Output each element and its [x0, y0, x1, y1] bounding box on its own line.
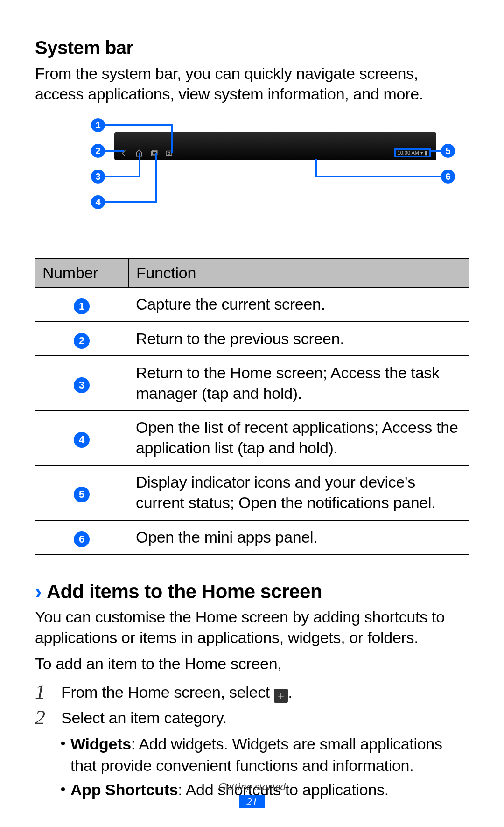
recent-icon [150, 149, 158, 157]
th-number: Number [35, 259, 128, 287]
row-badge: 5 [74, 487, 90, 502]
lead-line [429, 150, 442, 152]
step-1: From the Home screen, select ＋. [61, 682, 469, 703]
intro-text: From the system bar, you can quickly nav… [35, 63, 469, 104]
step-2-text: Select an item category. [61, 709, 227, 727]
row-func: Capture the current screen. [128, 287, 469, 322]
step-1-text-post: . [288, 683, 292, 701]
bullet-dot [61, 742, 65, 745]
svg-point-3 [168, 152, 170, 155]
page-number: 21 [239, 795, 265, 808]
row-badge: 2 [74, 333, 90, 349]
callout-6: 6 [441, 170, 455, 184]
sub-intro-2: To add an item to the Home screen, [35, 653, 469, 674]
row-badge: 1 [74, 298, 90, 314]
footer-section: Getting started [0, 780, 504, 793]
row-badge: 4 [74, 432, 90, 448]
row-func: Return to the previous screen. [128, 322, 469, 356]
wifi-icon: ▾ [420, 150, 423, 156]
lead-line [105, 150, 124, 152]
lead-line [105, 124, 173, 126]
lead-line [315, 159, 317, 177]
lead-line [139, 153, 140, 177]
callout-1: 1 [91, 118, 105, 132]
clock-text: 10:00 AM [398, 150, 419, 156]
callout-4: 4 [91, 195, 105, 209]
system-bar-image: 10:00 AM ▾ ▮ [114, 132, 436, 160]
step-1-text-pre: From the Home screen, select [61, 683, 274, 701]
sub-intro: You can customise the Home screen by add… [35, 607, 469, 648]
status-area: 10:00 AM ▾ ▮ [394, 148, 431, 157]
row-func: Display indicator icons and your device'… [128, 465, 469, 520]
lead-line [105, 176, 140, 177]
plus-icon: ＋ [274, 689, 288, 703]
battery-icon: ▮ [425, 150, 427, 156]
step-number-2: 2 [35, 707, 53, 728]
heading-system-bar: System bar [35, 37, 469, 58]
chevron-icon: › [35, 581, 42, 602]
callout-2: 2 [91, 144, 105, 158]
step-number-1: 1 [35, 682, 53, 702]
row-func: Open the list of recent applications; Ac… [128, 410, 469, 465]
row-badge: 3 [74, 377, 90, 393]
row-func: Open the mini apps panel. [128, 520, 469, 555]
function-table: Number Function 1Capture the current scr… [35, 258, 469, 555]
row-func: Return to the Home screen; Access the ta… [128, 356, 469, 410]
callout-5: 5 [441, 144, 455, 158]
lead-line [105, 201, 156, 203]
bullet-widgets: Widgets: Add widgets. Widgets are small … [70, 734, 469, 777]
callout-3: 3 [91, 170, 105, 184]
subheading-add-items: Add items to the Home screen [47, 580, 322, 603]
row-badge: 6 [74, 531, 90, 547]
lead-line [171, 124, 173, 153]
system-bar-diagram: 10:00 AM ▾ ▮ 1 2 3 4 5 6 [49, 118, 455, 249]
lead-line [155, 153, 157, 203]
lead-line [315, 176, 442, 177]
th-function: Function [128, 259, 469, 287]
